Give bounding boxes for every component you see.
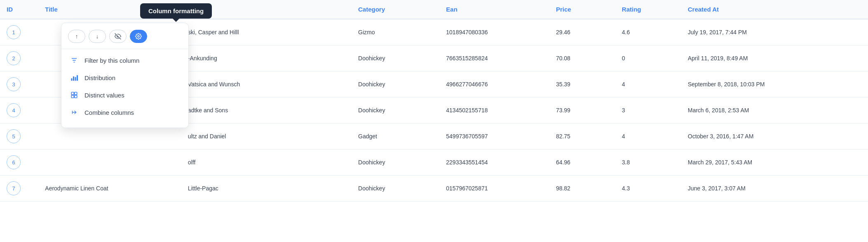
distribution-label: Distribution xyxy=(84,74,115,81)
svg-rect-8 xyxy=(77,75,78,81)
col-header-createdat[interactable]: Created At xyxy=(681,0,868,19)
cell-id-2: 2 xyxy=(0,45,38,71)
cell-category-7: Doohickey xyxy=(352,176,439,202)
table-row: 6 olff Doohickey 2293343551454 64.96 3.8… xyxy=(0,149,868,176)
cell-title-7: Aerodynamic Linen Coat xyxy=(38,176,181,202)
filter-icon xyxy=(70,57,79,64)
id-badge-5: 5 xyxy=(7,129,21,143)
col-header-price[interactable]: Price xyxy=(549,0,615,19)
col-header-category[interactable]: Category xyxy=(352,0,439,19)
cell-id-5: 5 xyxy=(0,123,38,149)
cell-price-4: 73.99 xyxy=(549,97,615,123)
column-dropdown-panel: ↑ ↓ Filter by this column xyxy=(61,23,189,128)
distribution-icon xyxy=(70,74,79,81)
id-badge-3: 3 xyxy=(7,77,21,91)
cell-createdat-5: October 3, 2016, 1:47 AM xyxy=(681,123,868,149)
sort-asc-button[interactable]: ↑ xyxy=(68,30,85,43)
cell-rating-7: 4.3 xyxy=(615,176,681,202)
svg-rect-10 xyxy=(75,92,77,95)
cell-ean-7: 0157967025871 xyxy=(439,176,549,202)
svg-rect-9 xyxy=(71,92,74,95)
cell-id-7: 7 xyxy=(0,176,38,202)
combine-columns-menu-item[interactable]: Combine columns xyxy=(61,104,188,121)
cell-rating-3: 4 xyxy=(615,71,681,97)
id-badge-6: 6 xyxy=(7,155,21,169)
col-header-rating[interactable]: Rating xyxy=(615,0,681,19)
cell-category-3: Doohickey xyxy=(352,71,439,97)
cell-ean-5: 5499736705597 xyxy=(439,123,549,149)
cell-price-1: 29.46 xyxy=(549,19,615,45)
cell-category-6: Doohickey xyxy=(352,149,439,176)
cell-rating-2: 0 xyxy=(615,45,681,71)
distinct-icon xyxy=(70,91,79,99)
cell-price-2: 70.08 xyxy=(549,45,615,71)
cell-price-7: 98.82 xyxy=(549,176,615,202)
cell-price-6: 64.96 xyxy=(549,149,615,176)
cell-category-1: Gizmo xyxy=(352,19,439,45)
table-container: ID Title Vendor Category Ean Price Ratin… xyxy=(0,0,868,242)
cell-vendor-5: ultz and Daniel xyxy=(181,123,352,149)
table-row: 7 Aerodynamic Linen Coat Little-Pagac Do… xyxy=(0,176,868,202)
svg-rect-11 xyxy=(71,95,74,98)
sort-desc-button[interactable]: ↓ xyxy=(89,30,106,43)
svg-rect-6 xyxy=(73,76,74,81)
cell-createdat-3: September 8, 2018, 10:03 PM xyxy=(681,71,868,97)
format-column-button[interactable] xyxy=(130,30,147,43)
svg-point-1 xyxy=(138,36,139,37)
cell-id-1: 1 xyxy=(0,19,38,45)
column-formatting-tooltip: Column formatting xyxy=(140,3,212,19)
filter-menu-item[interactable]: Filter by this column xyxy=(61,52,188,69)
cell-id-6: 6 xyxy=(0,149,38,176)
cell-createdat-4: March 6, 2018, 2:53 AM xyxy=(681,97,868,123)
cell-ean-3: 4966277046676 xyxy=(439,71,549,97)
svg-rect-7 xyxy=(75,77,76,81)
col-header-id[interactable]: ID xyxy=(0,0,38,19)
cell-ean-1: 1018947080336 xyxy=(439,19,549,45)
col-header-ean[interactable]: Ean xyxy=(439,0,549,19)
cell-category-2: Doohickey xyxy=(352,45,439,71)
cell-createdat-7: June 3, 2017, 3:07 AM xyxy=(681,176,868,202)
combine-label: Combine columns xyxy=(84,109,134,116)
id-badge-1: 1 xyxy=(7,25,21,39)
id-badge-2: 2 xyxy=(7,51,21,65)
cell-vendor-2: -Ankunding xyxy=(181,45,352,71)
cell-id-4: 4 xyxy=(0,97,38,123)
cell-price-5: 82.75 xyxy=(549,123,615,149)
cell-price-3: 35.39 xyxy=(549,71,615,97)
cell-ean-4: 4134502155718 xyxy=(439,97,549,123)
cell-rating-5: 4 xyxy=(615,123,681,149)
combine-icon xyxy=(70,109,79,116)
filter-label: Filter by this column xyxy=(84,57,139,64)
distinct-label: Distinct values xyxy=(84,92,124,99)
cell-id-3: 3 xyxy=(0,71,38,97)
cell-rating-1: 4.6 xyxy=(615,19,681,45)
cell-rating-6: 3.8 xyxy=(615,149,681,176)
cell-category-4: Doohickey xyxy=(352,97,439,123)
svg-rect-12 xyxy=(75,95,77,98)
action-buttons-row: ↑ ↓ xyxy=(61,30,188,49)
eye-off-icon xyxy=(115,33,121,40)
cell-createdat-2: April 11, 2019, 8:49 AM xyxy=(681,45,868,71)
cell-title-6 xyxy=(38,149,181,176)
cell-vendor-1: ski, Casper and Hilll xyxy=(181,19,352,45)
svg-rect-5 xyxy=(71,78,73,81)
cell-createdat-1: July 19, 2017, 7:44 PM xyxy=(681,19,868,45)
cell-createdat-6: March 29, 2017, 5:43 AM xyxy=(681,149,868,176)
cell-vendor-4: adtke and Sons xyxy=(181,97,352,123)
hide-column-button[interactable] xyxy=(109,30,127,43)
distribution-menu-item[interactable]: Distribution xyxy=(61,69,188,86)
cell-category-5: Gadget xyxy=(352,123,439,149)
cell-ean-6: 2293343551454 xyxy=(439,149,549,176)
cell-vendor-6: olff xyxy=(181,149,352,176)
table-header-row: ID Title Vendor Category Ean Price Ratin… xyxy=(0,0,868,19)
gear-icon xyxy=(135,33,142,40)
cell-vendor-3: Vatsica and Wunsch xyxy=(181,71,352,97)
cell-ean-2: 7663515285824 xyxy=(439,45,549,71)
id-badge-7: 7 xyxy=(7,181,21,195)
id-badge-4: 4 xyxy=(7,103,21,117)
cell-vendor-7: Little-Pagac xyxy=(181,176,352,202)
cell-rating-4: 3 xyxy=(615,97,681,123)
distinct-values-menu-item[interactable]: Distinct values xyxy=(61,86,188,104)
